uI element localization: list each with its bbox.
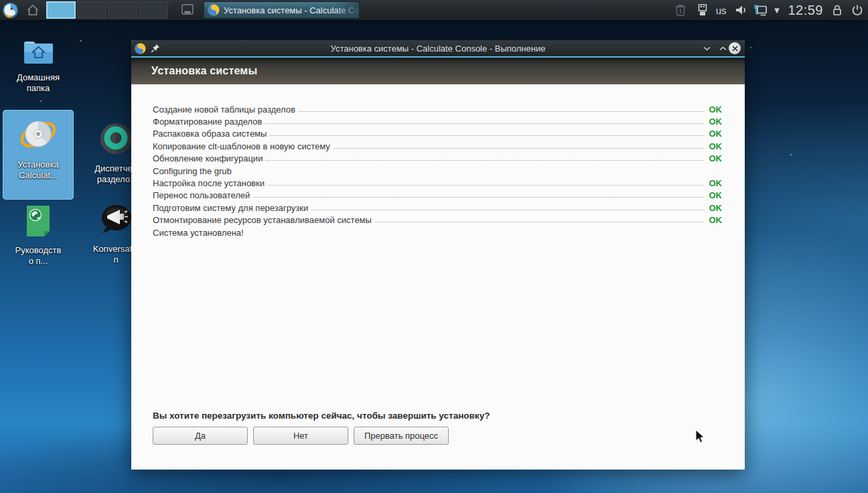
- dotted-leader: [268, 185, 704, 186]
- lock-icon[interactable]: [831, 3, 845, 17]
- desktop-icon-label: УстановкаCalculat...: [17, 159, 58, 181]
- task-row: Отмонтирование ресурсов устанавливаемой …: [153, 214, 722, 226]
- device-notifier-icon[interactable]: [697, 3, 710, 17]
- task-row: Распаковка образа системыOK: [153, 128, 722, 140]
- reboot-question: Вы хотите перезагрузить компьютер сейчас…: [153, 411, 490, 421]
- no-button[interactable]: Нет: [253, 427, 348, 445]
- network-icon[interactable]: [753, 3, 767, 17]
- mouse-cursor: [695, 429, 706, 447]
- dotted-leader: [253, 197, 704, 198]
- task-row: Configuring the grub: [153, 165, 722, 177]
- window-header: Установка системы: [131, 58, 745, 84]
- desktop-icon-home-folder[interactable]: Домашняяпапка: [3, 31, 74, 94]
- desktop-icon-label: Домашняяпапка: [17, 72, 60, 94]
- task-status-ok: OK: [707, 203, 722, 213]
- dotted-leader: [265, 123, 704, 124]
- installer-window: Установка системы - Calculate Console - …: [131, 40, 745, 469]
- app-launcher-icon[interactable]: [2, 2, 19, 19]
- task-row: Настройка после установкиOK: [153, 177, 722, 189]
- virtual-desktop-4[interactable]: [139, 1, 168, 19]
- desktop-icon-label: Руководство п...: [15, 245, 62, 267]
- window-title: Установка системы - Calculate Console - …: [131, 44, 745, 54]
- close-button[interactable]: [729, 42, 741, 54]
- taskbar: Установка системы - Calculate Co us ▼ 12…: [0, 0, 868, 20]
- pin-icon[interactable]: [151, 44, 160, 53]
- show-desktop-icon[interactable]: [180, 3, 195, 17]
- window-titlebar[interactable]: Установка системы - Calculate Console - …: [131, 40, 745, 58]
- home-button-icon[interactable]: [25, 3, 40, 17]
- task-label: Создание новой таблицы разделов: [153, 104, 295, 115]
- task-status-ok: OK: [707, 190, 722, 200]
- calculate-cd-icon: [19, 117, 58, 155]
- label-fade: [335, 2, 359, 18]
- task-label: Обновление конфигурации: [153, 153, 263, 163]
- task-label: Отмонтирование ресурсов устанавливаемой …: [153, 215, 372, 225]
- yes-button[interactable]: Да: [153, 427, 248, 445]
- desktop-icon-install-calculate[interactable]: УстановкаCalculat...: [3, 110, 74, 200]
- task-row: Перенос пользователейOK: [153, 190, 722, 202]
- home-folder-icon: [21, 38, 55, 68]
- task-row: Система установлена!: [153, 226, 722, 238]
- desktop: Установка системы - Calculate Co us ▼ 12…: [0, 0, 868, 493]
- task-status-ok: OK: [707, 104, 722, 115]
- volume-icon[interactable]: [734, 3, 747, 17]
- partition-manager-icon: [98, 121, 134, 159]
- task-label: Перенос пользователей: [153, 190, 250, 200]
- dotted-leader: [311, 210, 704, 210]
- install-task-list: Создание новой таблицы разделовOKФормати…: [153, 103, 722, 238]
- minimize-button[interactable]: [701, 42, 713, 54]
- task-status-ok: OK: [707, 129, 722, 139]
- task-row: Форматирование разделовOK: [153, 115, 722, 127]
- virtual-desktop-pager: [46, 1, 169, 19]
- power-icon[interactable]: [851, 3, 864, 17]
- task-label: Распаковка образа системы: [153, 129, 267, 139]
- window-content: Создание новой таблицы разделовOKФормати…: [131, 84, 745, 470]
- trash-icon[interactable]: [674, 3, 688, 17]
- virtual-desktop-2[interactable]: [77, 1, 106, 19]
- handbook-icon: [23, 204, 54, 241]
- dotted-leader: [334, 148, 704, 149]
- calculate-console-icon: [208, 4, 220, 16]
- maximize-button[interactable]: [717, 42, 729, 54]
- task-row: Обновление конфигурацииOK: [153, 153, 722, 165]
- virtual-desktop-1[interactable]: [46, 1, 76, 19]
- virtual-desktop-3[interactable]: [108, 1, 137, 19]
- tray-expander-icon[interactable]: ▼: [773, 5, 782, 15]
- task-label: Форматирование разделов: [153, 117, 262, 127]
- task-status-ok: OK: [707, 215, 722, 225]
- taskbar-task-button[interactable]: Установка системы - Calculate Co: [204, 1, 360, 19]
- task-label: Копирование clt-шаблонов в новую систему: [153, 141, 330, 151]
- konversation-icon: [98, 202, 134, 240]
- task-label: Подготовим систему для перезагрузки: [153, 203, 308, 213]
- task-label: Configuring the grub: [153, 166, 232, 176]
- task-status-ok: OK: [707, 178, 722, 188]
- abort-button[interactable]: Прервать процесс: [354, 427, 449, 445]
- task-row: Создание новой таблицы разделовOK: [153, 103, 722, 115]
- desktop-icon-handbook[interactable]: Руководство п...: [3, 197, 74, 267]
- task-status-ok: OK: [707, 117, 722, 127]
- dotted-leader: [299, 111, 704, 112]
- dotted-leader: [375, 222, 704, 222]
- window-app-icon: [135, 43, 146, 54]
- keyboard-layout-indicator[interactable]: us: [716, 5, 727, 16]
- task-status-ok: OK: [707, 153, 722, 163]
- page-title: Установка системы: [151, 65, 257, 77]
- dialog-buttons: ДаНетПрервать процесс: [153, 427, 449, 445]
- task-row: Копирование clt-шаблонов в новую систему…: [153, 140, 722, 152]
- clock[interactable]: 12:59: [788, 3, 823, 18]
- dotted-leader: [270, 135, 704, 136]
- task-row: Подготовим систему для перезагрузкиOK: [153, 202, 722, 214]
- dotted-leader: [266, 160, 704, 161]
- task-status-ok: OK: [707, 141, 722, 151]
- task-label: Настройка после установки: [153, 178, 265, 188]
- task-label: Система установлена!: [153, 228, 244, 238]
